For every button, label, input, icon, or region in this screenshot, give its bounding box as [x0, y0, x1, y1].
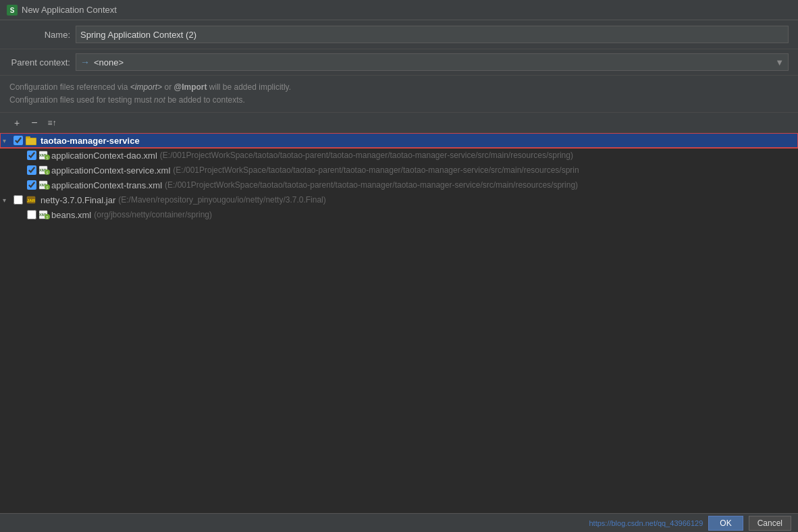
item-name: applicationContext-service.xml	[51, 165, 170, 176]
info-not-text: not	[154, 95, 165, 105]
item-checkbox[interactable]	[27, 151, 36, 160]
info-at-import: @Import	[174, 82, 207, 92]
tree-row[interactable]: XML S applicationContext-dao.xml (E:/001…	[0, 148, 798, 163]
tree-row[interactable]: XML S applicationContext-trans.xml (E:/0…	[0, 178, 798, 192]
ok-button[interactable]: OK	[708, 516, 743, 531]
item-name: taotao-manager-service	[41, 136, 140, 146]
title-bar: S New Application Context	[0, 0, 798, 20]
tree-toolbar: + − ≡↑	[0, 113, 798, 133]
cancel-button[interactable]: Cancel	[749, 516, 791, 531]
item-checkbox[interactable]	[27, 180, 36, 190]
parent-label: Parent context:	[9, 57, 70, 68]
item-checkbox[interactable]	[14, 136, 23, 145]
item-name: netty-3.7.0.Final.jar	[41, 195, 115, 205]
arrow-icon: →	[80, 57, 90, 68]
tree-row[interactable]: ▾ JAR netty-3.7.0.Final.jar (E:/Maven/re…	[0, 192, 798, 207]
item-path: (E:/001ProjectWorkSpace/taotao/taotao-pa…	[165, 180, 578, 190]
item-checkbox[interactable]	[27, 165, 36, 175]
dropdown-arrow-icon: ▼	[775, 57, 784, 68]
parent-value: <none>	[94, 57, 124, 68]
move-up-button[interactable]: ≡↑	[45, 115, 59, 130]
jar-icon: JAR	[26, 195, 38, 205]
dialog-title: New Application Context	[22, 5, 117, 15]
item-name: beans.xml	[51, 210, 91, 220]
item-checkbox[interactable]	[27, 210, 36, 219]
item-name: applicationContext-dao.xml	[51, 151, 157, 161]
name-label: Name:	[9, 30, 70, 40]
tree-row[interactable]: ▾ taotao-manager-service	[0, 133, 798, 148]
item-path: (org/jboss/netty/container/spring)	[94, 210, 212, 219]
bottom-bar: https://blog.csdn.net/qq_43966129 OK Can…	[0, 513, 798, 532]
file-tree[interactable]: ▾ taotao-manager-service XML S	[0, 133, 798, 513]
parent-context-row: Parent context: → <none> ▼	[0, 49, 798, 76]
tree-row[interactable]: XML S beans.xml (org/jboss/netty/contain…	[0, 207, 798, 222]
spring-xml-icon: XML S	[39, 165, 51, 175]
expand-arrow-icon: ▾	[3, 196, 14, 204]
svg-rect-3	[26, 136, 30, 138]
info-line1-pre: Configuration files referenced via	[9, 82, 130, 92]
item-path: (E:/001ProjectWorkSpace/taotao/taotao-pa…	[160, 151, 573, 160]
item-path: (E:/Maven/repository_pinyougou/io/netty/…	[118, 195, 326, 205]
info-line2-post: be added to contexts.	[165, 95, 245, 105]
add-button[interactable]: +	[9, 115, 24, 130]
name-input[interactable]	[76, 26, 789, 43]
folder-icon	[26, 136, 38, 145]
svg-rect-4	[26, 138, 36, 144]
svg-text:JAR: JAR	[27, 198, 36, 203]
info-line1-post: will be added implicitly.	[207, 82, 292, 92]
item-name: applicationContext-trans.xml	[51, 180, 162, 190]
watermark: https://blog.csdn.net/qq_43966129	[589, 519, 703, 527]
expand-arrow-icon: ▾	[3, 137, 14, 144]
spring-xml-icon: XML S	[39, 180, 51, 190]
spring-xml-icon: XML S	[39, 210, 51, 219]
info-text: Configuration files referenced via <impo…	[0, 76, 798, 113]
spring-xml-icon: XML S	[39, 151, 51, 160]
name-row: Name:	[0, 20, 798, 49]
app-icon: S	[7, 5, 18, 16]
parent-context-select[interactable]: → <none> ▼	[76, 53, 789, 71]
remove-button[interactable]: −	[27, 115, 42, 130]
svg-text:S: S	[10, 7, 15, 14]
tree-row[interactable]: XML S applicationContext-service.xml (E:…	[0, 163, 798, 178]
info-line1-mid: or	[162, 82, 174, 92]
dialog-body: Name: Parent context: → <none> ▼ Configu…	[0, 20, 798, 532]
item-checkbox[interactable]	[14, 195, 23, 205]
info-line2-pre: Configuration files used for testing mus…	[9, 95, 154, 105]
info-import-tag: <import>	[130, 82, 162, 92]
item-path: (E:/001ProjectWorkSpace/taotao/taotao-pa…	[173, 165, 579, 175]
